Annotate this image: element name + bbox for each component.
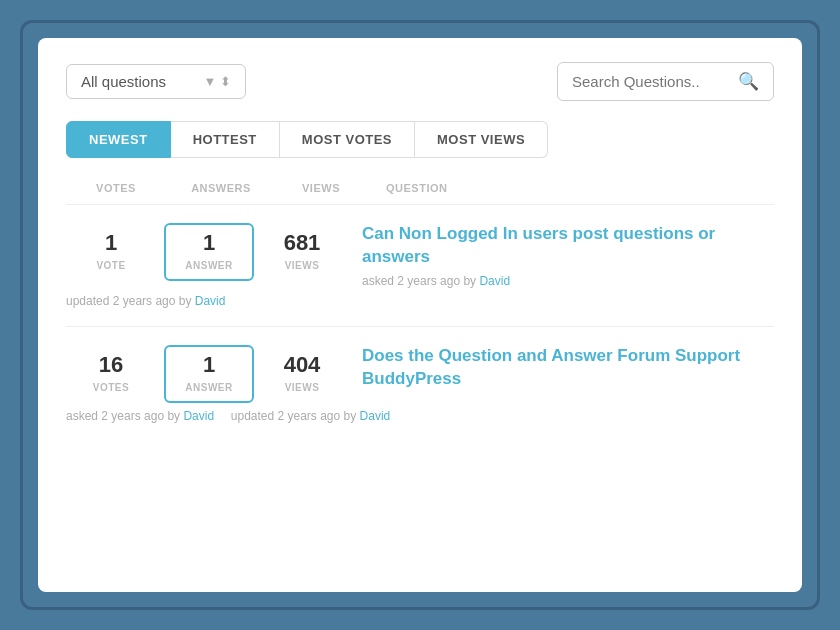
answers-stat-2: 1 ANSWER	[164, 345, 254, 403]
votes-stat-1: 1 VOTE	[66, 231, 156, 273]
tab-most-votes[interactable]: MOST VOTES	[280, 121, 415, 158]
views-number-2: 404	[262, 353, 342, 377]
main-card: All questions ▼ ⬍ 🔍 NEWEST HOTTEST MOST …	[38, 38, 802, 592]
question-row: 1 VOTE 1 ANSWER 681 VIEWS Can Non Logged…	[66, 205, 774, 327]
col-header-views: VIEWS	[276, 182, 366, 194]
footer-updated-author-2[interactable]: David	[360, 409, 391, 423]
answers-stat-1: 1 ANSWER	[164, 223, 254, 281]
asked-meta-1: asked 2 years ago by	[362, 274, 476, 288]
search-box: 🔍	[557, 62, 774, 101]
question-content-1: Can Non Logged In users post questions o…	[342, 223, 774, 288]
row-footer-2: asked 2 years ago by David updated 2 yea…	[66, 403, 774, 423]
filter-tabs: NEWEST HOTTEST MOST VOTES MOST VIEWS	[66, 121, 774, 158]
views-stat-1: 681 VIEWS	[262, 231, 342, 273]
answers-number-2: 1	[166, 353, 252, 377]
asked-author-1[interactable]: David	[479, 274, 510, 288]
footer-prefix-1: updated 2 years ago by	[66, 294, 191, 308]
views-label-1: VIEWS	[285, 260, 320, 271]
answers-number-1: 1	[166, 231, 252, 255]
votes-number-2: 16	[66, 353, 156, 377]
answers-label-2: ANSWER	[185, 382, 232, 393]
footer-asked-author-2[interactable]: David	[183, 409, 214, 423]
outer-frame: All questions ▼ ⬍ 🔍 NEWEST HOTTEST MOST …	[20, 20, 820, 610]
filter-dropdown[interactable]: All questions ▼ ⬍	[66, 64, 246, 99]
question-meta-1: asked 2 years ago by David	[362, 274, 774, 288]
row-footer-1: updated 2 years ago by David	[66, 288, 774, 308]
votes-stat-2: 16 VOTES	[66, 353, 156, 395]
question-content-2: Does the Question and Answer Forum Suppo…	[342, 345, 774, 391]
column-headers: VOTES ANSWERS VIEWS QUESTION	[66, 182, 774, 205]
tab-newest[interactable]: NEWEST	[66, 121, 171, 158]
question-row-2: 16 VOTES 1 ANSWER 404 VIEWS Does the Que…	[66, 327, 774, 441]
col-header-question: QUESTION	[366, 182, 774, 194]
chevron-down-icon: ▼ ⬍	[204, 74, 231, 89]
question-title-1[interactable]: Can Non Logged In users post questions o…	[362, 223, 774, 269]
question-title-2[interactable]: Does the Question and Answer Forum Suppo…	[362, 345, 774, 391]
votes-label-2: VOTES	[93, 382, 129, 393]
col-header-votes: VOTES	[66, 182, 166, 194]
tab-hottest[interactable]: HOTTEST	[171, 121, 280, 158]
footer-asked-prefix-2: asked 2 years ago by	[66, 409, 180, 423]
footer-updated-prefix-2: updated 2 years ago by	[231, 409, 356, 423]
views-stat-2: 404 VIEWS	[262, 353, 342, 395]
footer-author-1[interactable]: David	[195, 294, 226, 308]
votes-number-1: 1	[66, 231, 156, 255]
stats-row-1: 1 VOTE 1 ANSWER 681 VIEWS	[66, 223, 342, 281]
views-label-2: VIEWS	[285, 382, 320, 393]
search-icon: 🔍	[738, 71, 759, 92]
stats-row-2: 16 VOTES 1 ANSWER 404 VIEWS	[66, 345, 342, 403]
top-bar: All questions ▼ ⬍ 🔍	[66, 62, 774, 101]
views-number-1: 681	[262, 231, 342, 255]
col-header-answers: ANSWERS	[166, 182, 276, 194]
votes-label-1: VOTE	[96, 260, 125, 271]
search-input[interactable]	[572, 73, 732, 90]
answers-label-1: ANSWER	[185, 260, 232, 271]
dropdown-label: All questions	[81, 73, 166, 90]
tab-most-views[interactable]: MOST VIEWS	[415, 121, 548, 158]
